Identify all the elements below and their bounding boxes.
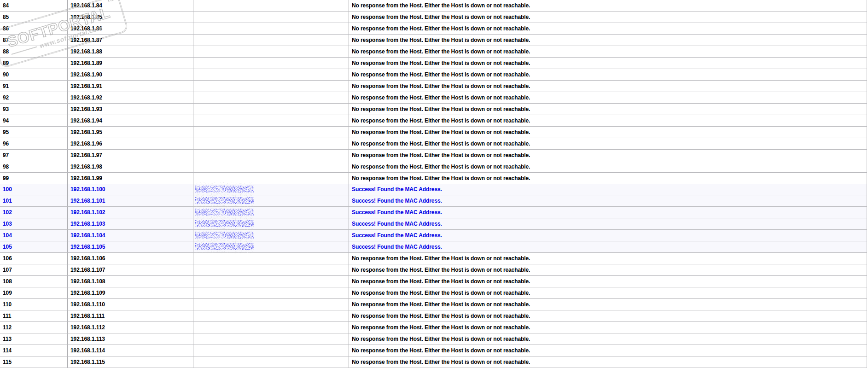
mac-cell — [193, 356, 349, 368]
row-index-cell: 107 — [0, 264, 68, 275]
ip-cell: 192.168.1.105 — [68, 241, 193, 252]
ip-cell: 192.168.1.113 — [68, 333, 193, 345]
status-cell: Success! Found the MAC Address. — [349, 218, 867, 229]
ip-cell: 192.168.1.87 — [68, 35, 193, 46]
ip-cell: 192.168.1.93 — [68, 104, 193, 115]
table-row: 110 192.168.1.110 No response from the H… — [0, 299, 867, 310]
mac-cell — [193, 104, 349, 115]
mac-cell — [193, 264, 349, 275]
row-index-cell: 110 — [0, 299, 68, 310]
row-index-cell: 105 — [0, 241, 68, 252]
mac-cell — [193, 127, 349, 138]
row-index-cell: 95 — [0, 127, 68, 138]
table-row: 111 192.168.1.111 No response from the H… — [0, 310, 867, 322]
status-cell: No response from the Host. Either the Ho… — [349, 104, 867, 115]
ip-cell: 192.168.1.85 — [68, 12, 193, 23]
status-cell: No response from the Host. Either the Ho… — [349, 138, 867, 149]
row-index-cell: 96 — [0, 138, 68, 149]
row-index-cell: 84 — [0, 0, 68, 11]
status-cell: Success! Found the MAC Address. — [349, 207, 867, 218]
row-index-cell: 102 — [0, 207, 68, 218]
row-index-cell: 106 — [0, 253, 68, 264]
mac-cell — [193, 12, 349, 23]
table-row: 88 192.168.1.88 No response from the Hos… — [0, 46, 867, 58]
status-cell: No response from the Host. Either the Ho… — [349, 356, 867, 368]
status-cell: No response from the Host. Either the Ho… — [349, 81, 867, 92]
table-row: 109 192.168.1.109 No response from the H… — [0, 287, 867, 299]
mac-cell — [193, 35, 349, 46]
table-row: 93 192.168.1.93 No response from the Hos… — [0, 104, 867, 115]
ip-cell: 192.168.1.108 — [68, 276, 193, 287]
row-index-cell: 112 — [0, 322, 68, 333]
ip-cell: 192.168.1.103 — [68, 218, 193, 229]
ip-cell: 192.168.1.106 — [68, 253, 193, 264]
ip-cell: 192.168.1.86 — [68, 23, 193, 34]
ip-cell: 192.168.1.91 — [68, 81, 193, 92]
table-row: 98 192.168.1.98 No response from the Hos… — [0, 161, 867, 173]
table-row: 106 192.168.1.106 No response from the H… — [0, 253, 867, 264]
status-cell: No response from the Host. Either the Ho… — [349, 333, 867, 345]
ip-cell: 192.168.1.96 — [68, 138, 193, 149]
table-row: 89 192.168.1.89 No response from the Hos… — [0, 58, 867, 69]
ip-cell: 192.168.1.84 — [68, 0, 193, 11]
row-index-cell: 86 — [0, 23, 68, 34]
table-row: 113 192.168.1.113 No response from the H… — [0, 333, 867, 345]
table-row: 105 192.168.1.105 Success! Found the MAC… — [0, 241, 867, 253]
row-index-cell: 104 — [0, 230, 68, 241]
table-row: 85 192.168.1.85 No response from the Hos… — [0, 12, 867, 23]
mac-cell — [193, 287, 349, 298]
mac-cell — [193, 161, 349, 172]
table-row: 87 192.168.1.87 No response from the Hos… — [0, 35, 867, 46]
table-row: 96 192.168.1.96 No response from the Hos… — [0, 138, 867, 150]
ip-cell: 192.168.1.111 — [68, 310, 193, 321]
table-row: 91 192.168.1.91 No response from the Hos… — [0, 81, 867, 92]
row-index-cell: 85 — [0, 12, 68, 23]
mac-cell — [193, 58, 349, 69]
mac-cell — [193, 184, 349, 195]
mac-cell — [193, 150, 349, 161]
status-cell: No response from the Host. Either the Ho… — [349, 310, 867, 321]
mac-cell — [193, 253, 349, 264]
status-cell: No response from the Host. Either the Ho… — [349, 35, 867, 46]
row-index-cell: 87 — [0, 35, 68, 46]
table-row: 103 192.168.1.103 Success! Found the MAC… — [0, 218, 867, 230]
row-index-cell: 94 — [0, 115, 68, 126]
mac-cell — [193, 138, 349, 149]
row-index-cell: 92 — [0, 92, 68, 103]
status-cell: No response from the Host. Either the Ho… — [349, 264, 867, 275]
ip-cell: 192.168.1.115 — [68, 356, 193, 368]
row-index-cell: 114 — [0, 345, 68, 356]
row-index-cell: 111 — [0, 310, 68, 321]
status-cell: No response from the Host. Either the Ho… — [349, 12, 867, 23]
ip-cell: 192.168.1.89 — [68, 58, 193, 69]
status-cell: No response from the Host. Either the Ho… — [349, 276, 867, 287]
ip-cell: 192.168.1.99 — [68, 173, 193, 184]
table-row: 90 192.168.1.90 No response from the Hos… — [0, 69, 867, 81]
mac-cell — [193, 230, 349, 241]
status-cell: Success! Found the MAC Address. — [349, 230, 867, 241]
mac-cell — [193, 69, 349, 80]
status-cell: Success! Found the MAC Address. — [349, 241, 867, 252]
ip-cell: 192.168.1.88 — [68, 46, 193, 57]
row-index-cell: 88 — [0, 46, 68, 57]
status-cell: Success! Found the MAC Address. — [349, 184, 867, 195]
status-cell: No response from the Host. Either the Ho… — [349, 92, 867, 103]
ip-cell: 192.168.1.101 — [68, 195, 193, 206]
row-index-cell: 91 — [0, 81, 68, 92]
row-index-cell: 115 — [0, 356, 68, 368]
table-row: 115 192.168.1.115 No response from the H… — [0, 356, 867, 368]
status-cell: No response from the Host. Either the Ho… — [349, 253, 867, 264]
table-row: 100 192.168.1.100 Success! Found the MAC… — [0, 184, 867, 196]
table-row: 107 192.168.1.107 No response from the H… — [0, 264, 867, 276]
table-row: 95 192.168.1.95 No response from the Hos… — [0, 127, 867, 138]
status-cell: No response from the Host. Either the Ho… — [349, 322, 867, 333]
status-cell: No response from the Host. Either the Ho… — [349, 23, 867, 34]
status-cell: No response from the Host. Either the Ho… — [349, 46, 867, 57]
mac-cell — [193, 23, 349, 34]
table-row: 86 192.168.1.86 No response from the Hos… — [0, 23, 867, 35]
mac-cell — [193, 207, 349, 218]
status-cell: No response from the Host. Either the Ho… — [349, 58, 867, 69]
mac-cell — [193, 276, 349, 287]
mac-cell — [193, 46, 349, 57]
table-row: 97 192.168.1.97 No response from the Hos… — [0, 150, 867, 161]
